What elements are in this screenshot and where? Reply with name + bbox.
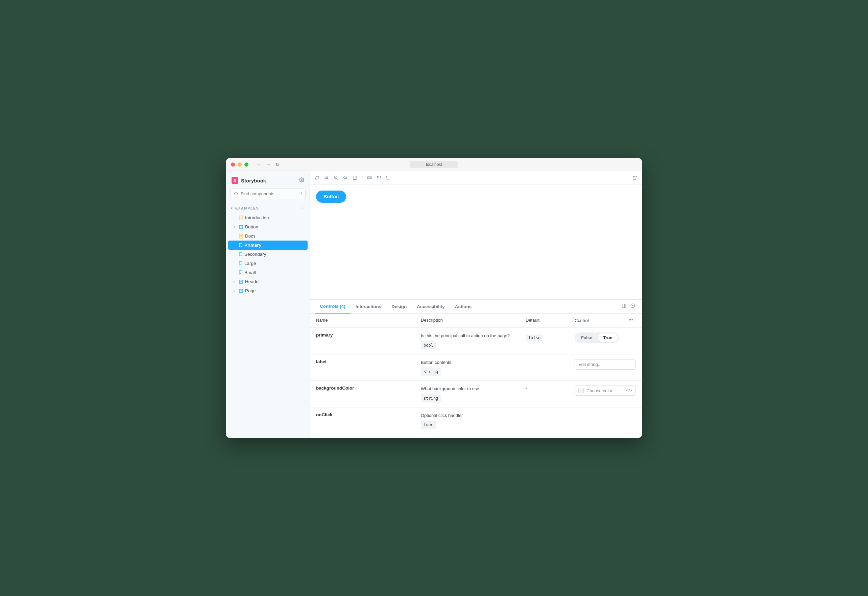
tab-accessibility[interactable]: Accessibility	[412, 300, 450, 313]
undo-icon	[629, 317, 634, 322]
brand-name: Storybook	[241, 178, 266, 183]
minimize-window-button[interactable]	[238, 162, 242, 167]
storybook-logo-icon: S	[232, 177, 238, 184]
chevron-right-icon: ▸	[233, 280, 237, 283]
grid-icon	[376, 176, 381, 180]
search-shortcut: /	[301, 191, 302, 196]
label-input[interactable]	[574, 359, 636, 370]
prop-control	[574, 359, 636, 370]
url-bar[interactable]: localhost	[410, 161, 458, 168]
background-button[interactable]	[353, 176, 357, 180]
bookmark-icon	[239, 270, 242, 275]
svg-point-1	[235, 192, 238, 195]
reset-controls-button[interactable]	[627, 317, 636, 323]
svg-line-25	[337, 178, 338, 179]
svg-point-0	[301, 179, 303, 180]
tree-item-large[interactable]: Large	[226, 259, 310, 268]
section-label-text: EXAMPLES	[235, 206, 259, 210]
search-icon	[234, 192, 238, 196]
component-icon	[239, 289, 243, 293]
forward-button[interactable]: →	[266, 162, 271, 167]
prop-default: -	[526, 412, 574, 417]
prop-name: onClick	[316, 412, 421, 417]
type-badge: string	[421, 367, 441, 376]
color-picker[interactable]: Choose color... </>	[574, 385, 636, 395]
sync-icon	[315, 176, 319, 180]
prop-default: false	[526, 332, 574, 341]
toggle-false[interactable]: False	[576, 333, 598, 342]
svg-rect-46	[387, 176, 390, 179]
zoom-in-button[interactable]	[324, 176, 329, 180]
sidebar: S Storybook / ▾ EXAMPLES	[226, 171, 310, 438]
tree-item-secondary[interactable]: Secondary	[226, 250, 310, 259]
tab-controls[interactable]: Controls (4)	[315, 300, 350, 314]
grid-button[interactable]	[376, 176, 381, 180]
svg-line-2	[237, 195, 238, 195]
reload-button[interactable]: ↻	[276, 162, 279, 167]
viewport-button[interactable]	[367, 176, 372, 180]
type-badge: string	[421, 394, 441, 403]
prop-control: -	[574, 412, 636, 417]
color-picker-label: Choose color...	[586, 388, 616, 393]
tree-item-small[interactable]: Small	[226, 268, 310, 277]
col-default-header: Default	[526, 317, 574, 323]
section-header[interactable]: ▾ EXAMPLES	[226, 205, 310, 213]
bookmark-icon	[239, 252, 242, 257]
prop-control: Choose color... </>	[574, 385, 636, 395]
prop-description: Button contents string	[421, 359, 526, 376]
search-input[interactable]	[241, 191, 301, 196]
tab-design[interactable]: Design	[386, 300, 412, 313]
settings-button[interactable]	[299, 177, 304, 184]
document-icon	[239, 215, 243, 220]
tree-item-primary[interactable]: Primary	[228, 240, 308, 250]
tree-item-button[interactable]: ▾ Button	[226, 222, 310, 232]
maximize-window-button[interactable]	[244, 162, 248, 167]
section-label: ▾ EXAMPLES	[231, 206, 259, 210]
prop-description: Optional click handler func	[421, 412, 526, 429]
document-icon	[239, 234, 243, 239]
tree-label: Docs	[245, 233, 255, 239]
close-icon	[630, 303, 635, 308]
outline-button[interactable]	[386, 176, 391, 180]
bookmark-icon	[239, 261, 242, 266]
control-row-backgroundcolor: backgroundColor What background color to…	[310, 381, 642, 407]
prop-name: label	[316, 359, 421, 364]
open-in-new-tab-button[interactable]	[632, 176, 637, 180]
search-box[interactable]: /	[230, 189, 306, 199]
tree-item-introduction[interactable]: Introduction	[226, 213, 310, 222]
type-badge: func	[421, 420, 436, 429]
boolean-toggle[interactable]: False True	[574, 332, 619, 343]
app: S Storybook / ▾ EXAMPLES	[226, 171, 642, 438]
toolbar-separator	[362, 174, 362, 181]
panel-orientation-button[interactable]	[620, 303, 628, 310]
zoom-reset-button[interactable]	[343, 176, 348, 180]
chevron-down-icon: ▾	[231, 207, 234, 210]
tree: Introduction ▾ Button Docs Primary	[226, 213, 310, 295]
col-control-header: Control	[574, 317, 636, 323]
svg-point-39	[380, 176, 381, 176]
tab-actions[interactable]: Actions	[450, 300, 477, 313]
svg-rect-31	[353, 176, 355, 179]
svg-point-40	[377, 177, 378, 178]
toggle-true[interactable]: True	[598, 333, 617, 342]
tree-item-header[interactable]: ▸ Header	[226, 277, 310, 286]
brand[interactable]: S Storybook	[232, 177, 266, 184]
prop-default: -	[526, 359, 574, 364]
svg-point-42	[380, 177, 381, 178]
remount-button[interactable]	[315, 176, 319, 180]
preview-button[interactable]: Button	[316, 190, 346, 203]
close-window-button[interactable]	[231, 162, 235, 167]
main: Button Controls (4) Interactions Design …	[310, 171, 642, 438]
zoom-out-button[interactable]	[334, 176, 338, 180]
tree-item-docs[interactable]: Docs	[226, 232, 310, 240]
close-panel-button[interactable]	[628, 303, 637, 310]
back-button[interactable]: ←	[257, 162, 261, 167]
tab-interactions[interactable]: Interactions	[350, 300, 387, 313]
zoom-reset-icon	[343, 176, 348, 180]
tree-item-page[interactable]: ▸ Page	[226, 286, 310, 295]
color-mode-toggle[interactable]: </>	[626, 388, 632, 393]
prop-control: False True	[574, 332, 636, 343]
photo-icon	[353, 176, 357, 180]
control-row-onclick: onClick Optional click handler func - -	[310, 407, 642, 434]
sort-icon[interactable]	[301, 205, 304, 211]
